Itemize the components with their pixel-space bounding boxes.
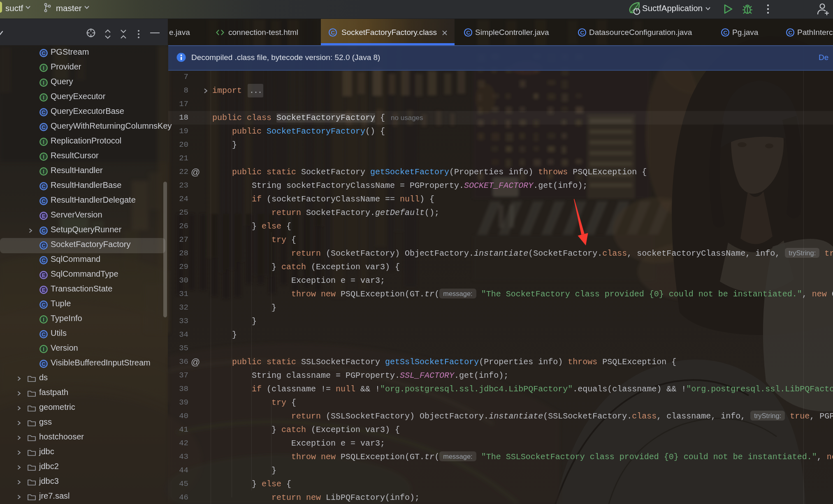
svg-text:C: C: [42, 109, 46, 116]
svg-text:C: C: [42, 50, 46, 56]
svg-text:C: C: [42, 124, 46, 130]
svg-text:I: I: [43, 317, 44, 323]
svg-text:C: C: [788, 30, 792, 36]
svg-text:C: C: [42, 257, 46, 264]
svg-text:I: I: [43, 169, 44, 175]
svg-text:C: C: [42, 198, 46, 204]
svg-text:C: C: [42, 228, 46, 234]
svg-text:C: C: [42, 243, 46, 249]
svg-text:C: C: [466, 30, 470, 36]
svg-text:C: C: [42, 302, 46, 308]
svg-text:C: C: [580, 30, 584, 36]
svg-text:I: I: [43, 139, 44, 145]
svg-text:I: I: [43, 95, 44, 101]
svg-text:I: I: [43, 65, 44, 71]
svg-text:C: C: [723, 30, 727, 36]
svg-text:E: E: [42, 272, 46, 278]
svg-text:I: I: [43, 80, 44, 86]
svg-text:I: I: [43, 346, 44, 352]
svg-text:C: C: [331, 30, 335, 36]
svg-text:C: C: [42, 183, 46, 190]
svg-text:C: C: [42, 331, 46, 338]
svg-text:E: E: [42, 213, 46, 219]
svg-text:I: I: [43, 154, 44, 160]
svg-text:E: E: [42, 287, 46, 293]
svg-text:C: C: [42, 361, 46, 367]
